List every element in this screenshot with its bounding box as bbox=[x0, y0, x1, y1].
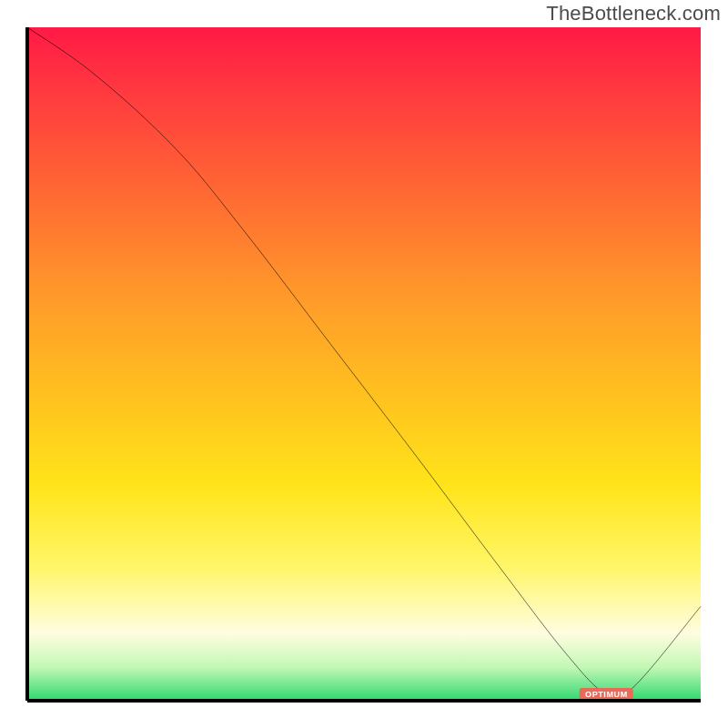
attribution-text: TheBottleneck.com bbox=[546, 2, 721, 25]
x-axis-line bbox=[27, 699, 701, 703]
bottleneck-curve bbox=[27, 27, 701, 699]
chart-root: TheBottleneck.com OPTIMUM bbox=[0, 0, 728, 728]
plot-area: OPTIMUM bbox=[27, 27, 701, 701]
line-chart-svg bbox=[27, 27, 701, 701]
y-axis-line bbox=[25, 27, 29, 701]
